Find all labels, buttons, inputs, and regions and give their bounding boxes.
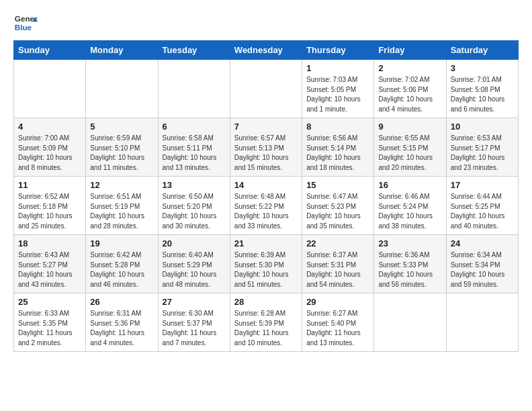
day-number: 3 [451,63,514,73]
calendar-cell: 14Sunrise: 6:48 AM Sunset: 5:22 PM Dayli… [230,177,302,235]
day-number: 10 [451,122,514,132]
calendar-cell: 10Sunrise: 6:53 AM Sunset: 5:17 PM Dayli… [446,118,518,177]
calendar-cell [446,293,518,352]
day-number: 27 [163,297,226,307]
day-info: Sunrise: 6:28 AM Sunset: 5:39 PM Dayligh… [234,309,298,348]
day-number: 19 [90,238,153,248]
day-header-sunday: Sunday [14,41,86,60]
day-header-monday: Monday [86,41,158,60]
calendar-cell: 26Sunrise: 6:31 AM Sunset: 5:36 PM Dayli… [86,293,158,352]
day-info: Sunrise: 6:48 AM Sunset: 5:22 PM Dayligh… [234,192,298,231]
day-number: 16 [378,180,441,190]
day-info: Sunrise: 6:51 AM Sunset: 5:19 PM Dayligh… [90,192,153,231]
day-number: 14 [234,180,298,190]
calendar-cell: 27Sunrise: 6:30 AM Sunset: 5:37 PM Dayli… [158,293,230,352]
day-number: 6 [163,122,226,132]
day-info: Sunrise: 6:42 AM Sunset: 5:28 PM Dayligh… [90,250,153,289]
calendar-cell [374,293,446,352]
day-number: 9 [378,122,441,132]
calendar-cell: 12Sunrise: 6:51 AM Sunset: 5:19 PM Dayli… [86,177,158,235]
calendar-cell: 3Sunrise: 7:01 AM Sunset: 5:08 PM Daylig… [446,60,518,118]
day-number: 28 [234,297,298,307]
logo-icon: General Blue [13,11,38,35]
day-header-friday: Friday [374,41,446,60]
day-number: 7 [234,122,298,132]
day-info: Sunrise: 6:43 AM Sunset: 5:27 PM Dayligh… [18,250,81,289]
calendar-week-row: 18Sunrise: 6:43 AM Sunset: 5:27 PM Dayli… [14,235,519,293]
calendar-cell [230,60,302,118]
calendar-cell: 16Sunrise: 6:46 AM Sunset: 5:24 PM Dayli… [374,177,446,235]
day-info: Sunrise: 6:47 AM Sunset: 5:23 PM Dayligh… [306,192,369,231]
calendar-cell: 4Sunrise: 7:00 AM Sunset: 5:09 PM Daylig… [14,118,86,177]
day-number: 8 [306,122,369,132]
day-info: Sunrise: 6:53 AM Sunset: 5:17 PM Dayligh… [451,134,514,173]
day-number: 24 [451,238,514,248]
calendar-week-row: 25Sunrise: 6:33 AM Sunset: 5:35 PM Dayli… [14,293,519,352]
day-number: 20 [163,238,226,248]
calendar-week-row: 11Sunrise: 6:52 AM Sunset: 5:18 PM Dayli… [14,177,519,235]
day-info: Sunrise: 6:59 AM Sunset: 5:10 PM Dayligh… [90,134,153,173]
calendar-cell: 13Sunrise: 6:50 AM Sunset: 5:20 PM Dayli… [158,177,230,235]
day-number: 23 [378,238,441,248]
day-number: 25 [18,297,81,307]
day-info: Sunrise: 6:33 AM Sunset: 5:35 PM Dayligh… [18,309,81,348]
calendar-cell: 23Sunrise: 6:36 AM Sunset: 5:33 PM Dayli… [374,235,446,293]
day-info: Sunrise: 6:46 AM Sunset: 5:24 PM Dayligh… [378,192,441,231]
calendar-cell: 19Sunrise: 6:42 AM Sunset: 5:28 PM Dayli… [86,235,158,293]
calendar-cell: 18Sunrise: 6:43 AM Sunset: 5:27 PM Dayli… [14,235,86,293]
day-number: 4 [18,122,81,132]
calendar-cell: 8Sunrise: 6:56 AM Sunset: 5:14 PM Daylig… [302,118,374,177]
calendar-cell: 6Sunrise: 6:58 AM Sunset: 5:11 PM Daylig… [158,118,230,177]
day-info: Sunrise: 6:31 AM Sunset: 5:36 PM Dayligh… [90,309,153,348]
day-info: Sunrise: 7:03 AM Sunset: 5:05 PM Dayligh… [306,75,369,114]
calendar-cell: 11Sunrise: 6:52 AM Sunset: 5:18 PM Dayli… [14,177,86,235]
day-number: 26 [90,297,153,307]
day-info: Sunrise: 6:39 AM Sunset: 5:30 PM Dayligh… [234,250,298,289]
calendar-cell: 2Sunrise: 7:02 AM Sunset: 5:06 PM Daylig… [374,60,446,118]
svg-text:General: General [15,14,38,23]
day-number: 17 [451,180,514,190]
day-number: 29 [306,297,369,307]
calendar-cell: 24Sunrise: 6:34 AM Sunset: 5:34 PM Dayli… [446,235,518,293]
calendar-header-row: SundayMondayTuesdayWednesdayThursdayFrid… [14,41,519,60]
day-number: 1 [306,63,369,73]
day-header-saturday: Saturday [446,41,518,60]
calendar-cell: 15Sunrise: 6:47 AM Sunset: 5:23 PM Dayli… [302,177,374,235]
calendar-cell: 5Sunrise: 6:59 AM Sunset: 5:10 PM Daylig… [86,118,158,177]
day-number: 21 [234,238,298,248]
calendar-cell: 22Sunrise: 6:37 AM Sunset: 5:31 PM Dayli… [302,235,374,293]
calendar-cell: 28Sunrise: 6:28 AM Sunset: 5:39 PM Dayli… [230,293,302,352]
day-number: 5 [90,122,153,132]
day-info: Sunrise: 6:34 AM Sunset: 5:34 PM Dayligh… [451,250,514,289]
day-number: 2 [378,63,441,73]
day-info: Sunrise: 6:57 AM Sunset: 5:13 PM Dayligh… [234,134,298,173]
day-info: Sunrise: 6:52 AM Sunset: 5:18 PM Dayligh… [18,192,81,231]
day-info: Sunrise: 6:27 AM Sunset: 5:40 PM Dayligh… [306,309,369,348]
svg-text:Blue: Blue [15,23,32,32]
calendar-table: SundayMondayTuesdayWednesdayThursdayFrid… [13,40,519,352]
day-number: 18 [18,238,81,248]
calendar-cell [86,60,158,118]
day-info: Sunrise: 7:01 AM Sunset: 5:08 PM Dayligh… [451,75,514,114]
day-number: 13 [163,180,226,190]
day-info: Sunrise: 6:30 AM Sunset: 5:37 PM Dayligh… [163,309,226,348]
day-info: Sunrise: 6:36 AM Sunset: 5:33 PM Dayligh… [378,250,441,289]
calendar-cell: 25Sunrise: 6:33 AM Sunset: 5:35 PM Dayli… [14,293,86,352]
calendar-cell: 1Sunrise: 7:03 AM Sunset: 5:05 PM Daylig… [302,60,374,118]
day-info: Sunrise: 6:50 AM Sunset: 5:20 PM Dayligh… [163,192,226,231]
day-number: 22 [306,238,369,248]
calendar-cell: 9Sunrise: 6:55 AM Sunset: 5:15 PM Daylig… [374,118,446,177]
calendar-cell: 20Sunrise: 6:40 AM Sunset: 5:29 PM Dayli… [158,235,230,293]
day-header-thursday: Thursday [302,41,374,60]
day-info: Sunrise: 7:00 AM Sunset: 5:09 PM Dayligh… [18,134,81,173]
day-info: Sunrise: 6:40 AM Sunset: 5:29 PM Dayligh… [163,250,226,289]
day-header-tuesday: Tuesday [158,41,230,60]
logo: General Blue [13,11,38,35]
calendar-week-row: 1Sunrise: 7:03 AM Sunset: 5:05 PM Daylig… [14,60,519,118]
day-info: Sunrise: 7:02 AM Sunset: 5:06 PM Dayligh… [378,75,441,114]
day-info: Sunrise: 6:44 AM Sunset: 5:25 PM Dayligh… [451,192,514,231]
day-number: 15 [306,180,369,190]
day-number: 11 [18,180,81,190]
day-header-wednesday: Wednesday [230,41,302,60]
day-info: Sunrise: 6:58 AM Sunset: 5:11 PM Dayligh… [163,134,226,173]
